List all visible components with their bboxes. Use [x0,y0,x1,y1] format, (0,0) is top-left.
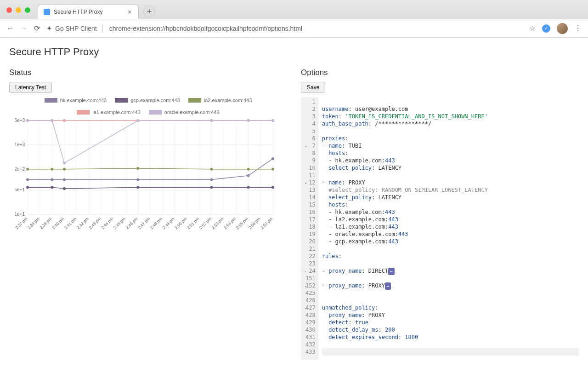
code-line[interactable]: detect_delay_ms: 200 [322,326,579,334]
svg-point-75 [63,119,66,122]
code-line[interactable]: - la2.example.com:443 [322,216,579,223]
code-line[interactable] [322,260,579,267]
svg-text:1e+1: 1e+1 [14,212,25,217]
code-line[interactable]: - hk.example.com:443 [322,157,579,164]
gutter-line-number: 8 [305,150,316,157]
gutter-line-number: 428 [305,311,316,319]
browser-tab[interactable]: Secure HTTP Proxy × [38,4,139,19]
code-line[interactable] [322,289,579,297]
folded-badge[interactable]: ↔ [388,268,394,275]
extension-chip[interactable]: ✦ Go SHP Client [46,24,103,33]
code-line[interactable]: - proxy_name: PROXY↔ [322,282,579,289]
svg-text:2:57 pm: 2:57 pm [260,216,273,230]
close-window-button[interactable] [6,7,12,13]
legend-item[interactable]: gcp.example.com:443 [115,98,180,103]
code-line[interactable]: hosts: [322,150,579,157]
legend-swatch [77,110,90,115]
code-line[interactable]: - oracle.example.com:443 [322,230,579,238]
svg-point-81 [51,119,53,122]
menu-kebab-icon[interactable]: ⋮ [574,24,582,33]
code-line[interactable]: - gcp.example.com:443 [322,238,579,245]
bookmark-star-icon[interactable]: ☆ [529,24,536,33]
code-line[interactable]: detect: true [322,319,579,326]
profile-avatar[interactable] [557,23,568,34]
code-line[interactable]: - hk.example.com:443 [322,208,579,216]
legend-item[interactable]: hk.example.com:443 [45,98,107,103]
svg-text:2:40 pm: 2:40 pm [51,216,65,230]
gutter-line-number: 425 [305,289,316,297]
gutter-line-number: 5 [305,127,316,135]
svg-text:2:53 pm: 2:53 pm [211,216,225,230]
code-line[interactable]: username: user@example.com [322,105,579,113]
code-line[interactable]: - la1.example.com:443 [322,223,579,230]
maximize-window-button[interactable] [25,7,30,13]
gutter-line-number: 433 [305,348,316,356]
code-line[interactable]: select_policy: LATENCY [322,164,579,172]
address-bar-row: ← → ⟳ ✦ Go SHP Client chrome-extension:/… [0,19,588,38]
minimize-window-button[interactable] [16,7,21,13]
code-line[interactable]: rules: [322,253,579,260]
extension-icon: ✦ [46,24,52,33]
code-line[interactable]: unmatched_policy: [322,304,579,311]
back-button[interactable]: ← [6,24,14,33]
svg-text:2:37 pm: 2:37 pm [14,216,28,230]
gutter-line-number: 21 [305,245,316,253]
svg-text:2:45 pm: 2:45 pm [113,216,126,230]
code-line[interactable] [322,172,579,179]
svg-point-53 [51,178,53,181]
code-line[interactable] [322,98,579,105]
code-line[interactable]: - proxy_name: DIRECT↔ [322,267,579,275]
forward-button[interactable]: → [20,24,28,33]
legend-item[interactable]: la1.example.com:443 [77,109,141,115]
code-line[interactable]: detect_expires_second: 1800 [322,334,579,341]
gutter-line-number: 4 [305,120,316,127]
folded-badge[interactable]: ↔ [385,282,391,290]
code-line[interactable]: select_policy: LATENCY [322,194,579,201]
code-line[interactable]: - name: TUBI [322,142,579,150]
code-line[interactable] [322,348,579,356]
browser-chrome: Secure HTTP Proxy × + ← → ⟳ ✦ Go SHP Cli… [0,0,588,38]
code-line[interactable] [322,245,579,253]
new-tab-button[interactable]: + [143,6,155,17]
code-line[interactable] [322,127,579,135]
close-tab-button[interactable]: × [126,9,133,15]
extension-name: Go SHP Client [55,25,97,32]
save-button[interactable]: Save [301,82,325,93]
svg-text:2:43 pm: 2:43 pm [88,216,102,230]
address-url[interactable]: chrome-extension://hpbcndokbdoifgocoicpk… [109,25,523,32]
chart-canvas[interactable]: 5e+31e+32e+25e+11e+12:37 pm2:38 pm2:39 p… [9,118,276,237]
gutter-line-number: 427▾ [305,304,316,311]
svg-point-54 [63,178,66,181]
svg-text:2:48 pm: 2:48 pm [149,216,163,230]
gutter-line-number: 431 [305,334,316,341]
legend-label: oracle.example.com:443 [164,109,220,115]
code-line[interactable]: proxy_name: PROXY [322,311,579,319]
code-line[interactable]: - name: PROXY [322,179,579,186]
latency-test-button[interactable]: Latency Test [9,82,52,93]
svg-point-82 [63,161,66,164]
reload-button[interactable]: ⟳ [34,24,40,33]
code-line[interactable]: proxies: [322,135,579,142]
gutter-line-number: 3 [305,113,316,120]
svg-point-56 [210,178,213,181]
code-line[interactable] [322,275,579,282]
config-editor[interactable]: 1234567▾89101112▾13141516171819202122232… [301,97,579,360]
code-line[interactable]: token: 'TOKEN_IS_CREDENTIAL_AND_IS_NOT_S… [322,113,579,120]
svg-text:2e+2: 2e+2 [14,167,25,172]
legend-item[interactable]: oracle.example.com:443 [149,109,220,115]
code-line[interactable]: hosts: [322,201,579,208]
svg-point-63 [210,186,213,189]
svg-text:5e+3: 5e+3 [14,118,25,123]
svg-point-84 [210,119,213,122]
code-line[interactable] [322,297,579,304]
svg-point-64 [247,186,250,189]
legend-item[interactable]: la2.example.com:443 [188,98,252,103]
legend-label: hk.example.com:443 [60,98,107,103]
code-line[interactable] [322,341,579,348]
code-line[interactable]: #select_policy: RANDOM_ON_SIMILAR_LOWEST… [322,186,579,194]
gutter-line-number: 16 [305,208,316,216]
code-line[interactable]: auth_base_path: /***************/ [322,120,579,127]
tab-strip: Secure HTTP Proxy × + [0,0,588,19]
gutter-line-number: 152▸ [305,282,316,289]
sync-cloud-icon[interactable]: ✓ [542,24,550,33]
